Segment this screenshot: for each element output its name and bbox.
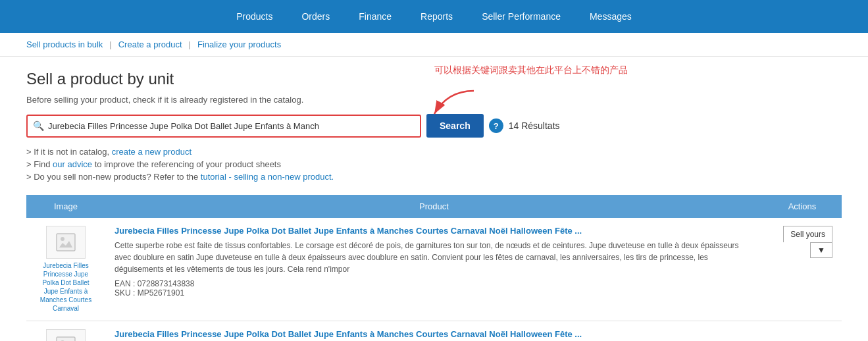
table-row: Jurebecia Filles Princesse Jupe Polka Do… <box>26 218 842 321</box>
search-icon: 🔍 <box>33 120 44 131</box>
product-title-link[interactable]: Jurebecia Filles Princesse Jupe Polka Do… <box>115 226 753 236</box>
product-info-cell: Jurebecia Filles Princesse Jupe Polka Do… <box>105 218 763 321</box>
search-input[interactable] <box>48 116 415 136</box>
search-container: 可以根据关键词跟卖其他在此平台上不错的产品 🔍 Search ? 14 Résu… <box>26 114 842 138</box>
separator-2: | <box>189 39 191 49</box>
product-sku: SKU : MP52671901 <box>115 288 753 298</box>
nav-products[interactable]: Products <box>222 0 287 33</box>
product-actions-cell: Sell yours ▼ <box>763 218 842 321</box>
product-ean: EAN : 0728873143838 <box>115 279 753 288</box>
svg-rect-1 <box>57 234 75 251</box>
product-actions-cell-2 <box>763 321 842 342</box>
page-description: Before selling your product, check if it… <box>26 95 842 105</box>
product-title-link-2[interactable]: Jurebecia Filles Princesse Jupe Polka Do… <box>115 329 753 339</box>
svg-rect-3 <box>57 337 75 341</box>
col-header-product: Product <box>105 195 763 218</box>
nav-messages[interactable]: Messages <box>575 0 646 33</box>
product-thumbnail <box>46 226 86 259</box>
links-section: > If it is not in catalog, create a new … <box>26 147 842 182</box>
page-title: Sell a product by unit <box>26 70 842 88</box>
top-navigation: Products Orders Finance Reports Seller P… <box>0 0 868 33</box>
search-button[interactable]: Search <box>426 114 484 138</box>
create-new-product-link[interactable]: create a new product <box>112 147 191 157</box>
product-description: Cette superbe robe est faite de tissus c… <box>115 240 753 275</box>
svg-point-2 <box>61 237 64 241</box>
link-item-1: > If it is not in catalog, create a new … <box>26 147 842 157</box>
table-row: Jurebecia Filles Princesse Jupe Polka Do… <box>26 321 842 342</box>
sell-yours-dropdown[interactable]: ▼ <box>810 242 832 258</box>
table-header: Image Product Actions <box>26 195 842 218</box>
product-table: Image Product Actions <box>26 195 842 341</box>
sub-navigation: Sell products in bulk | Create a product… <box>0 33 868 57</box>
product-thumbnail-2 <box>46 329 86 341</box>
nav-seller-performance[interactable]: Seller Performance <box>467 0 575 33</box>
search-area: 🔍 Search ? 14 Résultats <box>26 114 842 138</box>
separator-1: | <box>109 39 111 49</box>
sell-yours-wrapper: Sell yours ▼ <box>772 226 832 258</box>
link-item-3: > Do you sell non-new products? Refer to… <box>26 172 842 182</box>
col-header-actions: Actions <box>763 195 842 218</box>
nav-reports[interactable]: Reports <box>406 0 467 33</box>
sell-yours-button[interactable]: Sell yours <box>783 226 832 242</box>
our-advice-link[interactable]: our advice <box>53 159 92 169</box>
subnav-create-product[interactable]: Create a product <box>118 39 182 49</box>
table-body: Jurebecia Filles Princesse Jupe Polka Do… <box>26 218 842 341</box>
subnav-sell-bulk[interactable]: Sell products in bulk <box>26 39 103 49</box>
nav-orders[interactable]: Orders <box>287 0 344 33</box>
results-count: 14 Résultats <box>509 120 560 131</box>
help-icon[interactable]: ? <box>489 118 503 133</box>
link-item-2: > Find our advice to improve the referen… <box>26 159 842 169</box>
tutorial-link[interactable]: tutorial - selling a non-new product. <box>201 172 334 182</box>
subnav-finalize-products[interactable]: Finalize your products <box>197 39 281 49</box>
product-image-cell: Jurebecia Filles Princesse Jupe Polka Do… <box>26 218 105 321</box>
product-info-cell-2: Jurebecia Filles Princesse Jupe Polka Do… <box>105 321 763 342</box>
product-image-caption: Jurebecia Filles Princesse Jupe Polka Do… <box>36 261 96 313</box>
nav-finance[interactable]: Finance <box>344 0 406 33</box>
search-box-wrapper: 🔍 <box>26 115 421 138</box>
main-content: Sell a product by unit Before selling yo… <box>0 57 868 341</box>
product-image-cell-2 <box>26 321 105 342</box>
col-header-image: Image <box>26 195 105 218</box>
